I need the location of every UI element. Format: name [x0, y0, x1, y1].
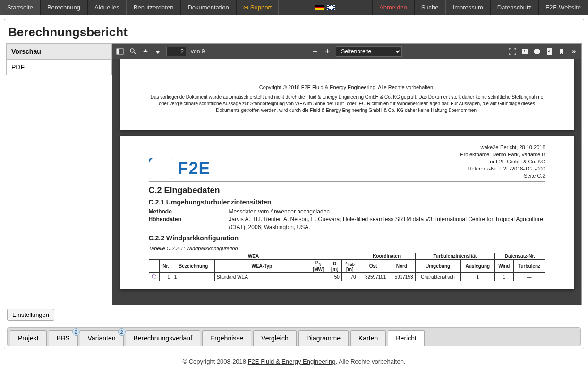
tab-projekt[interactable]: Projekt — [10, 330, 47, 346]
page-down-icon[interactable] — [154, 48, 162, 55]
tools-icon[interactable]: » — [570, 48, 578, 55]
tab-ergebnisse[interactable]: Ergebnisse — [202, 330, 251, 346]
tab-diagramme[interactable]: Diagramme — [298, 330, 349, 346]
tab-vergleich[interactable]: Vergleich — [253, 330, 297, 346]
pdf-viewer: von 9 − + Seitenbreite » — [112, 43, 582, 305]
nav-datenschutz[interactable]: Datenschutz — [490, 0, 538, 15]
nav-support[interactable]: Support — [236, 0, 279, 15]
svg-point-2 — [130, 49, 134, 52]
sidebar-toggle-icon[interactable] — [116, 48, 124, 55]
doc-disclaimer: Das vorliegende Dokument wurde automatis… — [149, 94, 545, 114]
svg-rect-5 — [534, 50, 540, 53]
nav-f2e-website[interactable]: F2E-Website — [538, 0, 588, 15]
nav-dokumentation[interactable]: Dokumentation — [180, 0, 236, 15]
svg-rect-7 — [535, 53, 539, 54]
svg-rect-6 — [535, 49, 539, 50]
page-up-icon[interactable] — [142, 48, 149, 55]
heading-c22: C.2.2 Windparkkonfiguration — [149, 234, 545, 242]
height-value: Jarvis A., H.I. Reuter, A. Nelson, E. Gu… — [229, 215, 545, 231]
zoom-in-icon[interactable]: + — [324, 48, 331, 55]
sidebar-item-pdf[interactable]: PDF — [6, 59, 112, 75]
footer: © Copyright 2008-2018 F2E Fluid & Energy… — [0, 353, 588, 366]
page-count-label: von 9 — [191, 48, 205, 55]
footer-link[interactable]: F2E Fluid & Energy Engineering — [248, 358, 336, 365]
zoom-out-icon[interactable]: − — [311, 48, 319, 55]
heading-c2: C.2 Eingabedaten — [149, 186, 545, 196]
sidebar-header[interactable]: Vorschau — [6, 43, 112, 60]
sidebar: Vorschau PDF — [6, 43, 112, 305]
table-row: ⬡ 1 1 Standard WEA 50 70 32597101 591715… — [149, 273, 545, 281]
turbine-icon: ⬡ — [152, 273, 156, 280]
logo-mark-icon — [149, 158, 172, 179]
method-value: Messdaten vom Anwender hochgeladen — [229, 208, 545, 216]
nav-aktuelles[interactable]: Aktuelles — [87, 0, 127, 15]
pdf-page-1-bottom: Copyright © 2018 F2E Fluid & Energy Engi… — [120, 59, 574, 130]
method-label: Methode — [149, 208, 229, 216]
flag-en-icon[interactable] — [327, 5, 335, 10]
bookmark-icon[interactable] — [558, 48, 565, 55]
badge: 2 — [72, 328, 80, 336]
config-table: WEA Koordinaten Turbulenzintensität Date… — [149, 253, 545, 281]
svg-line-3 — [134, 52, 136, 54]
logo-text: F2E — [178, 159, 211, 179]
nav-suche[interactable]: Suche — [414, 0, 446, 15]
table-caption: Tabelle C.2.2.1: Windparkkonfiguration — [149, 246, 545, 251]
report-meta: wake2e-Bericht, 28.10.2018 Projektname: … — [460, 144, 545, 179]
pdf-page-2: F2E wake2e-Bericht, 28.10.2018 Projektna… — [120, 136, 574, 289]
tab-karten[interactable]: Karten — [350, 330, 386, 346]
doc-copyright: Copyright © 2018 F2E Fluid & Energy Engi… — [149, 84, 545, 91]
tab-bar: ProjektBBS2Varianten2BerechnungsverlaufE… — [7, 327, 581, 346]
nav-startseite[interactable]: Startseite — [0, 0, 40, 15]
nav-logout[interactable]: Abmelden — [372, 0, 414, 15]
page-number-input[interactable] — [166, 47, 186, 56]
svg-rect-1 — [117, 49, 119, 54]
pdf-toolbar: von 9 − + Seitenbreite » — [112, 44, 581, 59]
height-label: Höhendaten — [149, 215, 229, 231]
top-nav: Startseite Berechnung Aktuelles Benutzer… — [0, 0, 588, 15]
nav-berechnung[interactable]: Berechnung — [40, 0, 87, 15]
open-file-icon[interactable] — [521, 48, 528, 55]
tab-berechnungsverlauf[interactable]: Berechnungsverlauf — [126, 330, 201, 346]
page-title: Berechnungsbericht — [6, 21, 582, 43]
logo: F2E — [149, 158, 211, 179]
zoom-select[interactable]: Seitenbreite — [336, 46, 402, 57]
tab-bbs[interactable]: BBS2 — [49, 330, 78, 346]
nav-benutzerdaten[interactable]: Benutzerdaten — [127, 0, 181, 15]
tab-varianten[interactable]: Varianten2 — [80, 330, 124, 346]
print-icon[interactable] — [533, 48, 541, 55]
tab-bericht[interactable]: Bericht — [388, 330, 425, 346]
nav-impressum[interactable]: Impressum — [446, 0, 490, 15]
flag-de-icon[interactable] — [315, 5, 324, 10]
fullscreen-icon[interactable] — [509, 48, 516, 55]
badge: 2 — [118, 328, 126, 336]
nav-flags — [279, 0, 372, 15]
pdf-canvas[interactable]: Copyright © 2018 F2E Fluid & Energy Engi… — [112, 59, 581, 305]
heading-c21: C.2.1 Umgebungsturbulenzintensitäten — [149, 198, 545, 206]
settings-button[interactable]: Einstellungen — [7, 309, 54, 321]
download-icon[interactable] — [545, 48, 553, 55]
search-icon[interactable] — [129, 48, 137, 55]
